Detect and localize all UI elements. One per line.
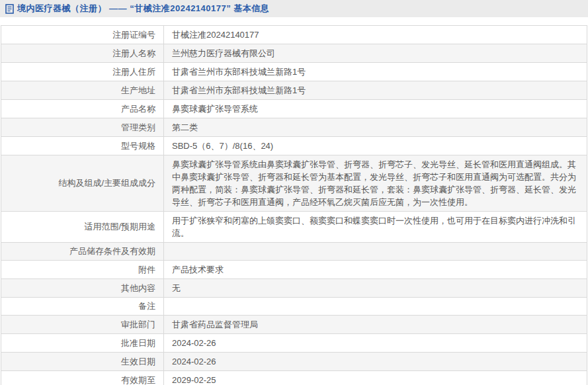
table-row: 结构及组成/主要组成成分 鼻窦球囊扩张导管系统由鼻窦球囊扩张导管、折弯器、折弯芯… [1,155,587,212]
table-row: 审批部门 甘肃省药品监督管理局 [1,316,587,334]
row-value: 甘肃省兰州市东部科技城兰新路1号 [164,63,587,81]
table-row: 注册人住所 甘肃省兰州市东部科技城兰新路1号 [1,63,587,81]
table-row: 管理类别 第二类 [1,118,587,137]
table-row: 其他内容 无 [1,279,587,298]
table-row: 产品名称 鼻窦球囊扩张导管系统 [1,100,587,118]
row-value: 甘械注准20242140177 [164,26,587,44]
row-label: 生产地址 [1,81,164,100]
table-row: 注册人名称 兰州慈力医疗器械有限公司 [1,44,587,63]
table-row: 有效期至 2029-02-25 [1,371,587,385]
info-table: 注册证编号 甘械注准20242140177 注册人名称 兰州慈力医疗器械有限公司… [1,25,587,385]
row-value: 2024-02-26 [164,353,587,371]
row-label: 有效期至 [1,371,164,385]
row-label: 生效日期 [1,353,164,371]
row-value: 产品技术要求 [164,261,587,279]
row-label: 产品储存条件及有效期 [1,243,164,261]
table-row: 批准日期 2024-02-26 [1,334,587,353]
row-label: 批准日期 [1,334,164,353]
table-row: 备注 [1,298,587,316]
document-icon [5,4,14,14]
row-value: 2029-02-25 [164,371,587,385]
row-label: 注册人住所 [1,63,164,81]
row-label: 注册人名称 [1,44,164,63]
row-value: 鼻窦球囊扩张导管系统由鼻窦球囊扩张导管、折弯器、折弯芯子、发光导丝、延长管和医用… [164,155,587,212]
row-value: 鼻窦球囊扩张导管系统 [164,100,587,118]
table-row: 产品储存条件及有效期 [1,243,587,261]
row-label: 适用范围/预期用途 [1,212,164,243]
table-row: 注册证编号 甘械注准20242140177 [1,26,587,44]
row-label: 管理类别 [1,118,164,137]
row-label: 其他内容 [1,279,164,298]
row-value: 甘肃省药品监督管理局 [164,316,587,334]
row-label: 结构及组成/主要组成成分 [1,155,164,212]
row-label: 备注 [1,298,164,316]
row-value [164,298,587,316]
table-row: 生产地址 甘肃省兰州市东部科技城兰新路1号 [1,81,587,100]
row-value: 兰州慈力医疗器械有限公司 [164,44,587,63]
table-row: 附件 产品技术要求 [1,261,587,279]
row-value: 用于扩张狭窄和闭塞的上颌窦窦口、额窦窦口和蝶窦窦口时一次性使用，也可用于在目标窦… [164,212,587,243]
table-row: 型号规格 SBD-5（6、7）/8(16、24) [1,137,587,155]
row-value: 无 [164,279,587,298]
row-label: 型号规格 [1,137,164,155]
row-value: SBD-5（6、7）/8(16、24) [164,137,587,155]
row-value: 第二类 [164,118,587,137]
row-value: 2024-02-26 [164,334,587,353]
page-title: 境内医疗器械（注册） —— “甘械注准20242140177” 基本信息 [17,3,269,15]
row-value: 甘肃省兰州市东部科技城兰新路1号 [164,81,587,100]
row-value [164,243,587,261]
row-label: 产品名称 [1,100,164,118]
table-row: 生效日期 2024-02-26 [1,353,587,371]
table-row: 适用范围/预期用途 用于扩张狭窄和闭塞的上颌窦窦口、额窦窦口和蝶窦窦口时一次性使… [1,212,587,243]
row-label: 审批部门 [1,316,164,334]
row-label: 注册证编号 [1,26,164,44]
page-header: 境内医疗器械（注册） —— “甘械注准20242140177” 基本信息 [0,0,588,17]
row-label: 附件 [1,261,164,279]
